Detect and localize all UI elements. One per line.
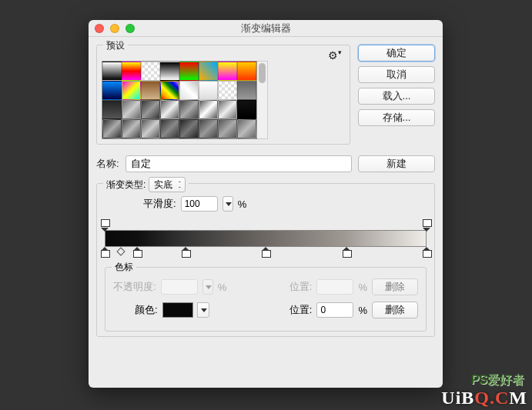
presets-panel: 预设 ⚙▾ [96, 45, 350, 145]
opacity-stop-marker[interactable] [101, 219, 109, 228]
preset-swatch[interactable] [218, 119, 237, 138]
preset-swatch[interactable] [160, 81, 179, 100]
scroll-thumb[interactable] [259, 63, 266, 83]
opacity-label: 不透明度: [113, 280, 156, 294]
preset-swatch[interactable] [102, 62, 122, 81]
preset-swatch[interactable] [160, 100, 179, 119]
midpoint-marker[interactable] [116, 247, 125, 255]
preset-swatch[interactable] [102, 100, 122, 119]
preset-scrollbar[interactable] [257, 61, 268, 139]
cancel-button[interactable]: 取消 [358, 66, 435, 83]
color-stop-marker[interactable] [343, 247, 350, 256]
save-button[interactable]: 存储... [358, 109, 435, 126]
smoothness-label: 平滑度: [143, 197, 176, 211]
delete-color-stop-button[interactable]: 删除 [372, 302, 418, 318]
color-stop-marker[interactable] [101, 247, 109, 256]
color-dropdown-icon[interactable] [197, 302, 209, 318]
preset-swatch[interactable] [218, 81, 237, 100]
preset-swatch[interactable] [199, 81, 218, 100]
window-title: 渐变编辑器 [89, 22, 443, 35]
dialog-buttons: 确定 取消 载入... 存储... [358, 45, 435, 145]
color-stop-marker[interactable] [262, 247, 269, 256]
preset-swatch[interactable] [218, 100, 237, 119]
color-stop-row: 颜色: 位置: % 删除 [113, 302, 418, 318]
name-input[interactable] [125, 155, 352, 172]
smoothness-dropdown-icon[interactable] [223, 196, 233, 212]
smoothness-input[interactable] [181, 196, 218, 212]
preset-swatch[interactable] [122, 119, 141, 138]
chevron-down-icon [202, 279, 213, 295]
opacity-stop-marker[interactable] [423, 219, 430, 228]
color-stop-marker[interactable] [423, 247, 430, 256]
opacity-position-unit: % [358, 282, 367, 293]
smoothness-row: 平滑度: % [143, 196, 427, 212]
name-label: 名称: [96, 157, 119, 171]
preset-swatch[interactable] [237, 100, 256, 119]
preset-grid[interactable] [102, 61, 257, 139]
gradient-type-select[interactable]: 实底 [149, 177, 186, 192]
name-row: 名称: 新建 [96, 155, 435, 172]
color-label: 颜色: [135, 303, 158, 317]
color-position-unit: % [358, 305, 367, 316]
titlebar: 渐变编辑器 [89, 20, 443, 37]
new-button[interactable]: 新建 [358, 155, 435, 172]
preset-swatch[interactable] [199, 62, 218, 81]
opacity-position-label: 位置: [289, 280, 313, 294]
preset-swatch[interactable] [237, 119, 256, 138]
preset-swatch[interactable] [141, 100, 160, 119]
preset-swatch[interactable] [237, 81, 256, 100]
presets-label: 预设 [103, 39, 128, 52]
load-button[interactable]: 载入... [358, 88, 435, 105]
gradient-editor-window: 渐变编辑器 预设 ⚙▾ 确定 取消 载入... 存储... 名 [89, 20, 443, 388]
preset-swatch[interactable] [218, 62, 237, 81]
opacity-stops-track[interactable] [105, 219, 427, 230]
stops-legend: 色标 [112, 261, 136, 274]
opacity-stop-row: 不透明度: % 位置: % 删除 [113, 278, 418, 295]
preset-swatch[interactable] [141, 119, 160, 138]
preset-swatch[interactable] [179, 119, 199, 138]
color-swatch[interactable] [162, 302, 193, 318]
smoothness-unit: % [238, 198, 247, 210]
stops-panel: 色标 不透明度: % 位置: % 删除 颜色: [105, 267, 427, 332]
color-position-input[interactable] [316, 302, 353, 318]
delete-opacity-stop-button: 删除 [372, 278, 418, 295]
gradient-type-label: 渐变类型: [106, 178, 146, 192]
color-stop-marker[interactable] [133, 247, 141, 256]
preset-swatch[interactable] [141, 81, 160, 100]
preset-swatch[interactable] [122, 62, 141, 81]
opacity-value-input [161, 279, 198, 295]
opacity-position-input [316, 279, 353, 295]
color-position-label: 位置: [289, 303, 313, 317]
opacity-unit: % [218, 282, 227, 293]
preset-swatch[interactable] [199, 100, 218, 119]
preset-swatch[interactable] [102, 81, 122, 100]
gradient-bar[interactable] [105, 230, 427, 247]
preset-swatch[interactable] [122, 100, 141, 119]
ok-button[interactable]: 确定 [358, 45, 435, 62]
preset-swatch[interactable] [179, 100, 199, 119]
gear-icon[interactable]: ⚙▾ [328, 48, 342, 62]
preset-swatch[interactable] [179, 62, 199, 81]
preset-swatch[interactable] [141, 62, 160, 81]
preset-swatch[interactable] [237, 62, 256, 81]
preset-swatch[interactable] [199, 119, 218, 138]
preset-swatch[interactable] [102, 119, 122, 138]
watermark-ps: PS爱好者 [471, 372, 524, 388]
watermark-url: UiBQ.CM [441, 388, 527, 408]
color-stops-track[interactable] [105, 247, 427, 258]
gradient-editor [105, 219, 427, 258]
preset-swatch[interactable] [179, 81, 199, 100]
preset-swatch[interactable] [160, 62, 179, 81]
preset-swatch[interactable] [160, 119, 179, 138]
color-stop-marker[interactable] [182, 247, 189, 256]
preset-swatch[interactable] [122, 81, 141, 100]
gradient-type-panel: 渐变类型: 实底 平滑度: % 色标 不透明度: % [96, 183, 435, 337]
